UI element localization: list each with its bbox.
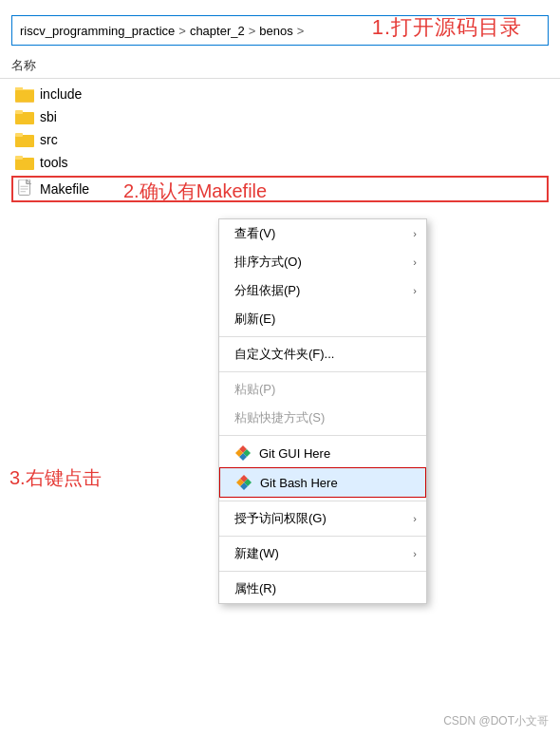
breadcrumb-part1: riscv_programming_practice: [20, 24, 175, 38]
menu-item-properties[interactable]: 属性(R): [219, 575, 426, 603]
menu-label: 自定义文件夹(F)...: [234, 346, 334, 363]
menu-label: Git GUI Here: [259, 446, 330, 461]
menu-item-group[interactable]: 分组依据(P) ›: [219, 276, 426, 305]
menu-item-refresh[interactable]: 刷新(E): [219, 305, 426, 333]
menu-label: Git Bash Here: [260, 476, 338, 490]
menu-divider: [219, 571, 426, 572]
list-item[interactable]: sbi: [11, 105, 549, 128]
submenu-arrow: ›: [413, 228, 417, 239]
menu-label: 属性(R): [234, 580, 276, 597]
column-header: 名称: [0, 53, 560, 79]
watermark: CSDN @DOT小文哥: [443, 713, 549, 729]
menu-item-view[interactable]: 查看(V) ›: [219, 219, 426, 248]
breadcrumb-part3: benos: [259, 24, 292, 38]
menu-label: 授予访问权限(G): [234, 510, 327, 527]
file-icon: [17, 180, 34, 198]
folder-icon: [15, 108, 34, 125]
menu-item-paste-shortcut[interactable]: 粘贴快捷方式(S): [219, 404, 426, 432]
annotation-3: 3.右键点击: [9, 465, 102, 491]
folder-icon: [15, 131, 34, 148]
annotation-1: 1.打开源码目录: [372, 13, 522, 42]
folder-icon: [15, 85, 34, 103]
git-gui-icon: [234, 444, 252, 462]
file-list: include sbi src tools: [0, 83, 560, 202]
folder-icon: [15, 154, 34, 171]
submenu-arrow: ›: [413, 548, 417, 559]
file-name: sbi: [40, 109, 57, 124]
file-name: tools: [40, 155, 68, 170]
makefile-name: Makefile: [40, 181, 89, 197]
svg-rect-7: [15, 110, 23, 114]
makefile-item[interactable]: Makefile: [11, 176, 549, 202]
menu-item-customize[interactable]: 自定义文件夹(F)...: [219, 340, 426, 368]
breadcrumb-sep3: >: [297, 24, 305, 38]
menu-divider: [219, 501, 426, 501]
list-item[interactable]: tools: [11, 151, 549, 174]
git-bash-icon: [235, 474, 252, 491]
svg-rect-9: [15, 133, 23, 137]
annotation-2: 2.确认有Makefile: [123, 179, 267, 204]
menu-item-paste[interactable]: 粘贴(P): [219, 375, 426, 404]
menu-label: 新建(W): [234, 545, 279, 562]
svg-rect-11: [15, 156, 23, 160]
menu-label: 排序方式(O): [234, 254, 302, 271]
file-name: include: [40, 86, 82, 102]
menu-label: 查看(V): [234, 225, 275, 242]
menu-label: 粘贴(P): [234, 381, 275, 398]
submenu-arrow: ›: [413, 256, 417, 268]
menu-divider: [219, 336, 426, 337]
context-menu: 查看(V) › 排序方式(O) › 分组依据(P) › 刷新(E) 自定义文件夹…: [218, 218, 427, 604]
submenu-arrow: ›: [413, 513, 417, 524]
breadcrumb-part2: chapter_2: [190, 24, 245, 38]
menu-label: 刷新(E): [234, 311, 275, 328]
menu-label: 分组依据(P): [234, 282, 300, 299]
menu-divider: [219, 435, 426, 436]
breadcrumb-sep2: >: [249, 24, 256, 38]
menu-divider: [219, 536, 426, 537]
list-item[interactable]: src: [11, 128, 549, 151]
menu-item-sort[interactable]: 排序方式(O) ›: [219, 248, 426, 276]
menu-item-git-bash[interactable]: Git Bash Here: [219, 467, 426, 498]
list-item[interactable]: include: [11, 83, 549, 105]
menu-item-new[interactable]: 新建(W) ›: [219, 539, 426, 568]
menu-item-git-gui[interactable]: Git GUI Here: [219, 439, 426, 467]
file-name: src: [40, 132, 58, 147]
submenu-arrow: ›: [413, 285, 417, 296]
menu-label: 粘贴快捷方式(S): [234, 409, 325, 426]
menu-item-access[interactable]: 授予访问权限(G) ›: [219, 504, 426, 533]
breadcrumb-sep1: >: [178, 24, 186, 38]
svg-rect-5: [15, 90, 34, 102]
menu-divider: [219, 371, 426, 372]
